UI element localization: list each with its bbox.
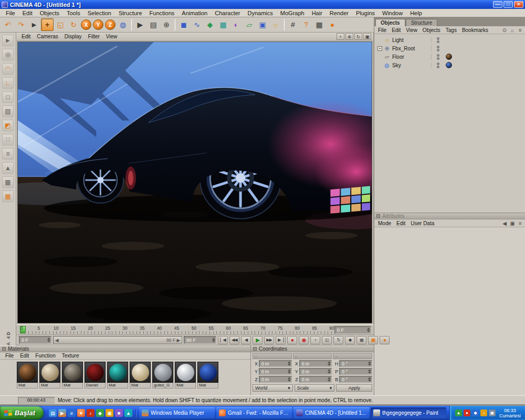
preview-range-slider[interactable]: ◀ 90 F ▶ [53, 336, 182, 344]
rotate-tool-icon[interactable]: ↻ [67, 18, 80, 31]
render-settings-icon[interactable]: ⊛ [160, 18, 173, 31]
start-button[interactable]: Başlat [0, 406, 44, 419]
taskbar-clock[interactable]: 06:33 Cumartesi [499, 408, 521, 418]
snap-icon[interactable]: # [287, 18, 299, 31]
spinner-icon[interactable] [212, 338, 215, 342]
apply-button[interactable]: Apply [336, 384, 372, 392]
media-player-icon[interactable]: ▶ [58, 409, 66, 417]
range-left-arrow-icon[interactable]: ◀ [55, 338, 59, 343]
range-handle[interactable]: ◀ 90 F ▶ [54, 337, 182, 343]
prev-frame-icon[interactable]: ◀ [241, 336, 251, 344]
taskbar-button-cinema4d[interactable]: CINEMA 4D - [Untitled 1... [293, 407, 369, 418]
viewport-rotate-icon[interactable]: ↻ [354, 33, 362, 40]
position-group-header[interactable]: – [253, 353, 292, 359]
record-position-icon[interactable]: + [310, 336, 320, 344]
menu-mograph[interactable]: MoGraph [277, 9, 308, 17]
minimize-button[interactable]: — [493, 1, 502, 8]
scale-tool-icon[interactable]: ◱ [54, 18, 67, 31]
anim-palette-icon[interactable]: ● [380, 336, 390, 344]
record-scale-icon[interactable]: ◱ [322, 336, 332, 344]
timeline-ruler[interactable]: 0 5 10 15 20 25 30 35 40 45 50 55 60 65 … [16, 324, 374, 335]
material-item[interactable]: Mat [107, 362, 128, 388]
firefox-icon[interactable]: ● [77, 409, 85, 417]
material-preview[interactable] [177, 364, 194, 381]
material-item[interactable]: Mat [130, 362, 151, 388]
material-manager-icon[interactable]: ● [326, 18, 339, 31]
spinner-icon[interactable] [47, 338, 50, 342]
tab-structure[interactable]: Structure [406, 19, 438, 26]
updates-tray-icon[interactable]: ● [464, 410, 470, 416]
material-preview[interactable] [19, 364, 36, 381]
mat-menu-edit[interactable]: Edit [17, 353, 32, 359]
menu-character[interactable]: Character [211, 9, 244, 17]
axis-mode-icon[interactable]: ∟ [2, 77, 14, 89]
object-row-floor[interactable]: ▱ Floor [374, 52, 525, 61]
range-right-arrow-icon[interactable]: ▶ [176, 338, 180, 343]
maximize-button[interactable]: □ [503, 1, 513, 8]
attr-menu-mode[interactable]: Mode [375, 220, 394, 226]
undo-icon[interactable]: ↶ [2, 18, 14, 31]
live-selection-icon[interactable]: ► [28, 18, 40, 31]
rot-b-field[interactable]: 0 ° [339, 376, 372, 383]
menu-tools[interactable]: Tools [63, 9, 84, 17]
taskbar-button-wmp[interactable]: Windows Media Player [139, 407, 215, 418]
messenger-tray-icon[interactable]: ▣ [489, 410, 496, 416]
size-z-field[interactable]: 0 m [299, 376, 332, 383]
mat-menu-texture[interactable]: Texture [59, 353, 82, 359]
vp-menu-cameras[interactable]: Cameras [34, 34, 61, 39]
taskbar-button-paint[interactable]: thgegegegegege - Paint [371, 407, 446, 418]
antivirus-tray-icon[interactable]: ▲ [455, 410, 462, 416]
material-item[interactable]: Mat [17, 362, 38, 388]
make-editable-icon[interactable]: ◠ [2, 63, 14, 75]
material-tag-icon[interactable] [446, 54, 452, 60]
volume-tray-icon[interactable]: ♪ [480, 410, 487, 416]
viewport-toggle-icon[interactable]: ▣ [363, 33, 371, 40]
tool-icon[interactable]: ▲ [124, 409, 132, 417]
window-titlebar[interactable]: CINEMA 4D - [Untitled 1 *] — □ × [0, 0, 525, 9]
attr-menu-edit[interactable]: Edit [394, 220, 408, 226]
edges-mode-icon[interactable]: ≡ [2, 148, 14, 160]
internet-explorer-icon[interactable]: e [68, 409, 76, 417]
om-menu-edit[interactable]: Edit [389, 27, 403, 33]
menu-render[interactable]: Render [326, 9, 352, 17]
mat-menu-function[interactable]: Function [32, 353, 58, 359]
record-parameter-icon[interactable]: ◆ [345, 336, 355, 344]
viewport-canvas[interactable] [17, 41, 372, 323]
menu-structure[interactable]: Structure [115, 9, 146, 17]
menu-objects[interactable]: Objects [36, 9, 63, 17]
powerslider-options-icon[interactable]: ▣ [368, 336, 378, 344]
texture-mode-icon[interactable]: ▨ [2, 106, 14, 117]
material-item[interactable]: Mat [197, 362, 218, 388]
prev-key-icon[interactable]: ◀◀ [229, 336, 239, 344]
network-tray-icon[interactable]: ◆ [472, 410, 479, 416]
coord-system-icon[interactable]: ◍ [117, 18, 129, 31]
folder-icon[interactable]: ■ [115, 409, 123, 417]
om-menu-tags[interactable]: Tags [443, 27, 459, 33]
material-item[interactable]: Daniel [85, 362, 106, 388]
add-hypernurbs-icon[interactable]: ◆ [204, 18, 216, 31]
menu-hair[interactable]: Hair [308, 9, 326, 17]
mail-icon[interactable]: ▣ [106, 409, 113, 417]
om-menu-view[interactable]: View [403, 27, 420, 33]
coord-manager-icon[interactable]: ▦ [313, 18, 326, 31]
attr-menu-userdata[interactable]: User Data [408, 220, 437, 226]
world-dropdown[interactable]: World▾ [253, 384, 293, 392]
size-group-header[interactable]: – [293, 353, 332, 359]
show-desktop-icon[interactable]: ▤ [49, 409, 57, 417]
spinner-icon[interactable] [367, 328, 370, 332]
scale-dropdown[interactable]: Scale▾ [295, 384, 335, 392]
vp-menu-filter[interactable]: Filter [85, 34, 103, 39]
material-item[interactable]: Mat [62, 362, 83, 388]
record-keyframe-icon[interactable]: ● [287, 336, 297, 344]
help-icon[interactable]: ? [300, 18, 312, 31]
size-y-field[interactable]: 0 m [299, 368, 332, 375]
om-menu-bookmarks[interactable]: Bookmarks [459, 27, 491, 33]
add-floor-icon[interactable]: ▱ [243, 18, 256, 31]
messenger-icon[interactable]: ◆ [96, 409, 104, 417]
material-preview[interactable] [132, 364, 149, 381]
add-cube-icon[interactable]: ◼ [177, 18, 190, 31]
render-picture-viewer-icon[interactable]: ▤ [147, 18, 160, 31]
play-icon[interactable]: ▶ [253, 336, 262, 344]
close-button[interactable]: × [514, 1, 523, 8]
material-preview[interactable] [154, 364, 172, 381]
